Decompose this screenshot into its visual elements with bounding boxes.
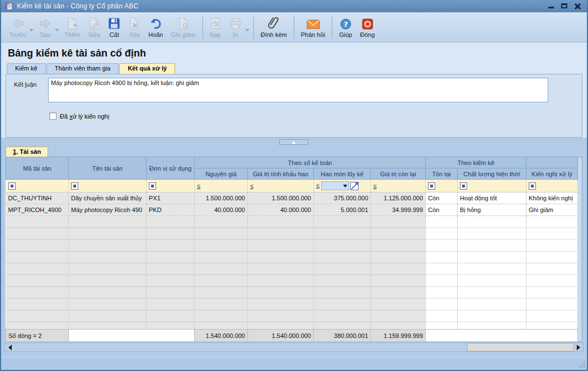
- filter-operator[interactable]: ≤: [373, 182, 377, 189]
- back-button[interactable]: Trước: [6, 14, 30, 41]
- column-header-gia-tri-tinh-khau-hao[interactable]: Giá trị tính khấu hao: [248, 168, 314, 180]
- total-hao-mon-luy-ke: 380.000.001: [314, 330, 371, 342]
- column-header-ma-tai-san[interactable]: Mã tài sản: [6, 157, 69, 180]
- asset-grid: Mã tài sản Tên tài sản Đơn vị sử dụng Th…: [6, 157, 582, 342]
- attach-button[interactable]: Đính kèm: [257, 14, 291, 41]
- total-gia-tri-tinh-khau-hao: 1.540.000.000: [248, 330, 314, 342]
- filter-button-icon[interactable]: [8, 182, 16, 190]
- close-form-button[interactable]: Đóng: [356, 14, 378, 41]
- window-title: Kiểm kê tài sản - Công ty Cổ phần ABC: [17, 2, 548, 10]
- scroll-right-icon[interactable]: [574, 343, 583, 351]
- resize-grip-icon[interactable]: [578, 361, 586, 369]
- minimize-button[interactable]: [548, 3, 554, 10]
- cell-chat-luong-hien-thoi[interactable]: Hoạt động tốt: [458, 192, 526, 204]
- column-header-gia-tri-con-lai[interactable]: Giá trị còn lại: [371, 168, 426, 180]
- save-button[interactable]: Cất: [104, 14, 124, 41]
- filter-button-icon[interactable]: [149, 182, 156, 190]
- arrow-right-icon: [39, 17, 52, 30]
- tab-ket-qua-xu-ly[interactable]: Kết quả xử lý: [119, 63, 175, 74]
- cell-kien-nghi-xu-ly[interactable]: Không kiến nghị: [526, 192, 578, 204]
- filter-button-icon[interactable]: [71, 182, 78, 190]
- column-header-nguyen-gia[interactable]: Nguyên giá: [195, 168, 248, 180]
- feedback-button[interactable]: Phản hồi: [297, 14, 329, 41]
- toolbar-separator: [294, 16, 294, 39]
- filter-button-icon[interactable]: [460, 182, 467, 190]
- tab-thanh-vien-tham-gia[interactable]: Thành viên tham gia: [46, 63, 119, 74]
- summary-row: Số dòng = 2 1.540.000.000 1.540.000.000 …: [6, 330, 578, 342]
- filter-value-combobox[interactable]: [321, 181, 349, 190]
- reload-button[interactable]: Nạp: [206, 14, 225, 41]
- cell-hao-mon-luy-ke[interactable]: 5.000.001: [314, 204, 371, 216]
- printer-icon: [229, 17, 242, 30]
- page-title: Bảng kiểm kê tài sản cố định: [1, 43, 587, 63]
- tab-kiem-ke[interactable]: Kiểm kê: [7, 63, 46, 74]
- filter-operator[interactable]: ≤: [197, 182, 200, 189]
- scrollbar-thumb[interactable]: [467, 343, 574, 351]
- delete-button[interactable]: Xóa: [124, 14, 144, 41]
- column-header-ten-tai-san[interactable]: Tên tài sản: [69, 157, 147, 180]
- conclusion-input[interactable]: Máy photocopy Ricoh 4900 bị hỏng, kết lu…: [48, 78, 548, 102]
- empty-grid-area: [6, 216, 578, 330]
- help-circle-icon: ?: [340, 17, 352, 30]
- total-nguyen-gia: 1.540.000.000: [195, 330, 248, 342]
- edit-filter-icon[interactable]: [350, 182, 359, 190]
- filter-button-icon[interactable]: [529, 182, 536, 190]
- undo-button[interactable]: Hoãn: [144, 14, 167, 41]
- column-header-don-vi-su-dung[interactable]: Đơn vị sử dụng: [147, 157, 195, 180]
- toolbar: Trước Sau Thêm Sửa Cất Xóa Hoãn: [1, 12, 587, 43]
- status-bar: [1, 357, 587, 370]
- filter-button-icon[interactable]: [428, 182, 435, 190]
- cell-gia-tri-tinh-khau-hao[interactable]: 1.500.000.000: [248, 192, 314, 204]
- column-header-kien-nghi-xu-ly[interactable]: Kiến nghị xử lý: [526, 168, 578, 180]
- conclusion-label: Kết luận: [14, 81, 36, 88]
- print-button[interactable]: In: [225, 14, 246, 41]
- cell-ma-tai-san[interactable]: DC_THUYTINH: [6, 192, 69, 204]
- cell-ton-tai[interactable]: Còn: [426, 192, 458, 204]
- cell-nguyen-gia[interactable]: 1.500.000.000: [195, 192, 248, 204]
- resolved-checkbox-label: Đã xử lý kiến nghị: [60, 113, 109, 120]
- writeoff-button[interactable]: Ghi giảm: [167, 14, 199, 41]
- row-count: Số dòng = 2: [6, 330, 69, 342]
- close-button[interactable]: [575, 3, 581, 10]
- form-section: Bảng kiểm kê tài sản cố định Kiểm kê Thà…: [1, 43, 587, 138]
- save-floppy-icon: [108, 17, 120, 30]
- splitter-bar[interactable]: [1, 138, 587, 146]
- filter-operator[interactable]: ≤: [250, 182, 253, 189]
- column-header-chat-luong-hien-thoi[interactable]: Chất lượng hiện thời: [458, 168, 526, 180]
- edit-button[interactable]: Sửa: [84, 14, 104, 41]
- column-header-ton-tai[interactable]: Tồn tại: [426, 168, 458, 180]
- cell-ten-tai-san[interactable]: Máy photocopy Ricoh 490: [69, 204, 147, 216]
- resolved-checkbox[interactable]: [49, 112, 57, 120]
- maximize-button[interactable]: [561, 3, 568, 10]
- result-panel: Kết luận Máy photocopy Ricoh 4900 bị hỏn…: [6, 74, 582, 138]
- cell-chat-luong-hien-thoi[interactable]: Bị hỏng: [458, 204, 526, 216]
- table-row: MPT_RICOH_4900 Máy photocopy Ricoh 490 P…: [6, 204, 578, 216]
- cell-gia-tri-con-lai[interactable]: 1.125.000.000: [371, 192, 426, 204]
- cell-kien-nghi-xu-ly[interactable]: Ghi giảm: [526, 204, 578, 216]
- cell-don-vi-su-dung[interactable]: PX1: [147, 192, 195, 204]
- cell-gia-tri-con-lai[interactable]: 34.999.999: [371, 204, 426, 216]
- cell-hao-mon-luy-ke[interactable]: 375.000.000: [314, 192, 371, 204]
- cell-nguyen-gia[interactable]: 40.000.000: [195, 204, 248, 216]
- cell-ton-tai[interactable]: Còn: [426, 204, 458, 216]
- filter-operator[interactable]: ≤: [316, 182, 319, 189]
- cell-don-vi-su-dung[interactable]: PKD: [147, 204, 195, 216]
- doc-refresh-icon: [210, 17, 221, 30]
- tab-tai-san[interactable]: 1. Tài sản: [6, 147, 48, 157]
- collapse-panel-button[interactable]: [279, 139, 308, 145]
- add-button[interactable]: Thêm: [60, 14, 84, 41]
- cell-ten-tai-san[interactable]: Dây chuyền sản xuất thủy: [69, 192, 147, 204]
- app-window: Kiểm kê tài sản - Công ty Cổ phần ABC Tr…: [0, 0, 588, 371]
- forward-button[interactable]: Sau: [35, 14, 56, 41]
- cell-gia-tri-tinh-khau-hao[interactable]: 40.000.000: [248, 204, 314, 216]
- help-button[interactable]: ? Giúp: [335, 14, 356, 41]
- chevron-down-icon: [343, 185, 347, 190]
- group-header-theo-kiem-ke: Theo kiểm kê: [426, 157, 526, 168]
- toolbar-separator: [332, 16, 332, 39]
- scroll-left-icon[interactable]: [5, 343, 14, 351]
- total-gia-tri-con-lai: 1.159.999.999: [371, 330, 426, 342]
- vertical-scrollbar[interactable]: [578, 157, 582, 342]
- cell-ma-tai-san[interactable]: MPT_RICOH_4900: [6, 204, 69, 216]
- column-header-hao-mon-luy-ke[interactable]: Hao mòn lũy kế: [314, 168, 371, 180]
- horizontal-scrollbar[interactable]: [4, 342, 584, 352]
